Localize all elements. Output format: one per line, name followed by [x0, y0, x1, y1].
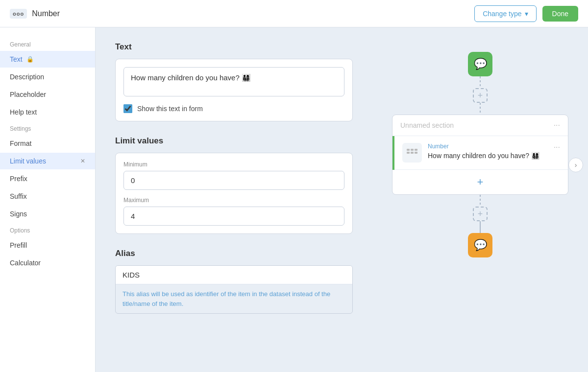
maximum-input[interactable]	[123, 207, 344, 226]
svg-rect-2	[415, 149, 417, 151]
page-title: Number	[32, 9, 60, 18]
add-item-button[interactable]: +	[477, 176, 484, 188]
settings-section-label: Settings	[0, 121, 95, 134]
alias-hint: This alias will be used as identifier of…	[116, 284, 352, 313]
connector-2	[480, 103, 481, 115]
question-icon-box	[402, 143, 422, 163]
sidebar-item-prefill[interactable]: Prefill	[0, 237, 95, 254]
sidebar-item-format-label: Format	[10, 140, 31, 147]
chevron-down-icon: ▾	[525, 10, 528, 18]
options-section-label: Options	[0, 223, 95, 236]
add-node-button-bottom[interactable]: +	[473, 207, 488, 221]
question-more-menu[interactable]: ···	[554, 143, 560, 152]
plus-icon-top: +	[478, 91, 483, 101]
chat-icon-top: 💬	[474, 58, 487, 70]
header: ooo Number Change type ▾ Done	[0, 0, 588, 27]
sidebar-item-format[interactable]: Format	[0, 135, 95, 152]
add-node-button-top[interactable]: +	[473, 88, 488, 103]
alias-section: Alias This alias will be used as identif…	[115, 249, 353, 314]
question-info: Number How many children do you have? 👨‍…	[428, 143, 548, 161]
lock-icon: 🔒	[26, 56, 34, 63]
question-type-label: Number	[428, 143, 548, 150]
maximum-field-group: Maximum	[123, 197, 344, 226]
sidebar-item-prefix[interactable]: Prefix	[0, 170, 95, 187]
sidebar-item-text[interactable]: Text 🔒	[0, 51, 95, 68]
svg-rect-0	[407, 149, 410, 151]
close-icon[interactable]: ✕	[80, 158, 85, 164]
done-button[interactable]: Done	[542, 6, 578, 22]
svg-rect-3	[407, 152, 410, 154]
sidebar-item-calculator-label: Calculator	[10, 259, 41, 267]
change-type-button[interactable]: Change type ▾	[474, 5, 536, 22]
question-row: Number How many children do you have? 👨‍…	[394, 136, 568, 170]
plus-icon-section: +	[477, 176, 484, 188]
sidebar-item-text-label: Text	[10, 55, 23, 63]
connector-1	[480, 76, 481, 88]
main-layout: General Text 🔒 Description Placeholder H…	[0, 27, 588, 372]
minimum-input[interactable]	[123, 171, 344, 190]
svg-rect-1	[411, 149, 414, 151]
show-in-form-row: Show this text in form	[123, 104, 344, 113]
section-card-header: Unnamed section ···	[392, 115, 568, 136]
limit-inner: Minimum Maximum	[123, 161, 344, 226]
connector-4	[480, 221, 481, 233]
section-menu-icon[interactable]: ···	[554, 121, 560, 130]
minimum-label: Minimum	[123, 161, 344, 168]
question-row-wrapper: Number How many children do you have? 👨‍…	[392, 136, 568, 170]
sidebar-item-placeholder[interactable]: Placeholder	[0, 86, 95, 103]
svg-rect-5	[415, 152, 417, 154]
sidebar-item-placeholder-label: Placeholder	[10, 91, 46, 98]
svg-rect-4	[411, 152, 414, 154]
minimum-field-group: Minimum	[123, 161, 344, 190]
add-section-row: +	[392, 170, 568, 194]
sidebar-item-help-text[interactable]: Help text	[0, 104, 95, 120]
logo-icon: ooo	[10, 9, 27, 19]
sidebar: General Text 🔒 Description Placeholder H…	[0, 27, 96, 372]
sidebar-item-calculator[interactable]: Calculator	[0, 255, 95, 271]
text-section-title: Text	[115, 42, 353, 52]
sidebar-item-description-label: Description	[10, 73, 44, 81]
chevron-right-icon: ›	[575, 161, 577, 169]
section-name-label: Unnamed section	[400, 121, 454, 129]
alias-input[interactable]	[116, 266, 352, 284]
alias-section-title: Alias	[115, 249, 353, 258]
connector-3	[480, 195, 481, 207]
maximum-label: Maximum	[123, 197, 344, 204]
header-actions: Change type ▾ Done	[474, 5, 578, 22]
chat-icon-bottom: 💬	[474, 239, 487, 252]
sidebar-item-signs-label: Signs	[10, 210, 27, 218]
sidebar-item-prefill-label: Prefill	[10, 241, 27, 249]
sidebar-item-suffix[interactable]: Suffix	[0, 188, 95, 205]
sidebar-item-description[interactable]: Description	[0, 69, 95, 85]
sidebar-item-help-text-label: Help text	[10, 108, 37, 116]
logo-area: ooo Number	[10, 9, 60, 19]
content-area: Text How many children do you have? 👨‍👩‍…	[96, 27, 372, 372]
text-card: How many children do you have? 👨‍👩‍👧‍👦 S…	[115, 59, 353, 121]
alias-card: This alias will be used as identifier of…	[115, 265, 353, 314]
bottom-chat-node: 💬	[468, 233, 492, 257]
flow-container: 💬 + Unnamed section ···	[392, 52, 568, 257]
sidebar-item-prefix-label: Prefix	[10, 175, 27, 183]
limit-values-card: Minimum Maximum	[115, 153, 353, 234]
question-text-display: How many children do you have? 👨‍👩‍👧‍👦	[428, 151, 548, 161]
number-grid-icon	[406, 148, 418, 157]
plus-icon-bottom: +	[478, 209, 483, 219]
sidebar-item-suffix-label: Suffix	[10, 192, 27, 200]
right-panel: 💬 + Unnamed section ···	[372, 27, 588, 372]
top-chat-node: 💬	[468, 52, 492, 76]
limit-values-section: Limit values Minimum Maximum	[115, 136, 353, 234]
show-in-form-label: Show this text in form	[137, 105, 203, 113]
show-in-form-checkbox[interactable]	[123, 104, 132, 113]
section-card: Unnamed section ···	[392, 115, 568, 195]
sidebar-item-limit-values[interactable]: Limit values ✕	[0, 153, 95, 169]
general-section-label: General	[0, 37, 95, 50]
text-section: Text How many children do you have? 👨‍👩‍…	[115, 42, 353, 121]
side-nav-button[interactable]: ›	[568, 158, 583, 172]
limit-values-title: Limit values	[115, 136, 353, 146]
sidebar-item-signs[interactable]: Signs	[0, 206, 95, 222]
text-input[interactable]: How many children do you have? 👨‍👩‍👧‍👦	[123, 67, 344, 96]
sidebar-item-limit-values-label: Limit values	[10, 157, 46, 165]
